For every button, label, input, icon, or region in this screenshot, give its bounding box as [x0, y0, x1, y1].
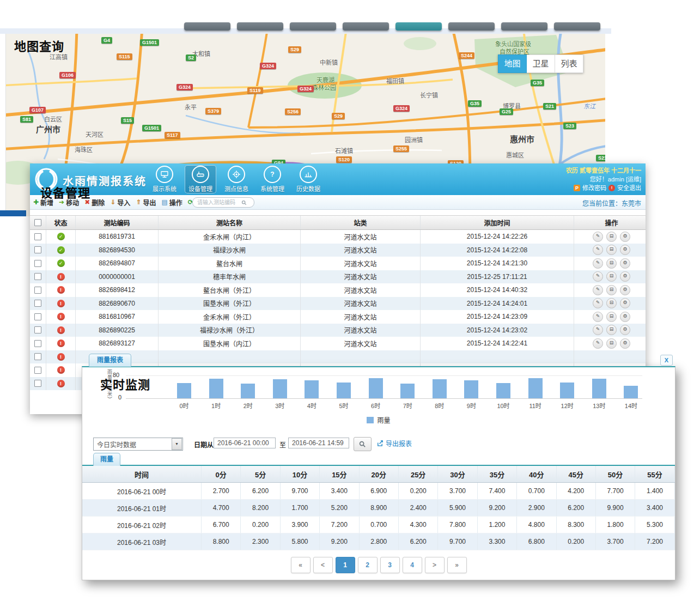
toolbar-button-label: 导出	[143, 198, 156, 207]
edit-icon[interactable]: ✎	[593, 298, 603, 308]
browser-tab[interactable]	[237, 22, 283, 31]
browser-tab[interactable]	[395, 22, 442, 31]
row-checkbox[interactable]	[34, 260, 41, 267]
delete-icon[interactable]: ⊟	[606, 298, 617, 308]
delete-icon[interactable]: ⊟	[606, 338, 617, 349]
delete-icon[interactable]: ⊟	[606, 285, 617, 295]
browser-tab[interactable]	[554, 22, 600, 31]
export-report-link[interactable]: 导出报表	[376, 439, 412, 448]
delete-icon[interactable]: ⊟	[606, 271, 617, 282]
nav-item-device[interactable]: 设备管理	[185, 165, 216, 193]
page-button-4[interactable]: 4	[403, 557, 422, 573]
data-mode-select[interactable]: 今日实时数据 ▼	[93, 438, 183, 451]
row-checkbox[interactable]	[34, 340, 41, 347]
row-checkbox[interactable]	[34, 273, 41, 280]
station-code-cell: 8826890225	[76, 324, 159, 337]
rain-value-cell: 6.700	[202, 517, 241, 533]
prev-page-button[interactable]: <	[313, 557, 333, 573]
browser-tab[interactable]	[501, 22, 547, 31]
status-online-icon: ✓	[57, 233, 65, 240]
nav-item-point[interactable]: 测点信息	[221, 165, 252, 193]
map-view-button-satellite[interactable]: 卫星	[527, 54, 555, 73]
browser-tab[interactable]	[448, 22, 495, 31]
toolbar-button-exp[interactable]: ⇑导出	[136, 198, 156, 207]
table-row: ✓8826894807鳌台水闸河道水文站2015-12-24 14:21:30✎…	[30, 257, 646, 270]
date-to-input[interactable]	[288, 438, 349, 448]
user-greeting: 您好！admin [运维]	[566, 175, 641, 184]
toolbar-button-imp[interactable]: ⇓导入	[110, 198, 130, 207]
nav-item-history[interactable]: 历史数据	[293, 165, 324, 193]
row-checkbox[interactable]	[34, 353, 41, 360]
road-shield: S29	[288, 46, 301, 53]
settings-gear-icon[interactable]: ⚙	[620, 298, 630, 308]
logout-link[interactable]: 安全退出	[617, 184, 641, 192]
row-checkbox[interactable]	[34, 233, 41, 240]
settings-gear-icon[interactable]: ⚙	[620, 245, 630, 255]
station-code-search-input[interactable]	[196, 199, 240, 206]
row-checkbox[interactable]	[34, 246, 41, 253]
column-header: 操作	[574, 216, 649, 229]
toolbar-button-op[interactable]: ▤操作	[161, 198, 182, 207]
row-checkbox[interactable]	[34, 380, 41, 387]
next-page-button[interactable]: >	[425, 557, 445, 573]
delete-icon[interactable]: ⊟	[606, 312, 617, 322]
rain-bar	[337, 383, 351, 398]
rain-value-cell: 6.900	[360, 483, 399, 499]
delete-icon[interactable]: ⊟	[606, 245, 617, 255]
delete-icon[interactable]: ⊟	[606, 258, 617, 269]
page-button-2[interactable]: 2	[358, 557, 378, 573]
row-checkbox[interactable]	[34, 287, 41, 294]
page-button-1[interactable]: 1	[336, 557, 355, 573]
edit-icon[interactable]: ✎	[593, 325, 603, 335]
status-cell: ✓	[46, 230, 76, 244]
nav-item-display[interactable]: 展示系统	[149, 165, 180, 193]
edit-icon[interactable]: ✎	[593, 285, 603, 295]
delete-icon[interactable]: ⊟	[606, 232, 617, 242]
rain-value-cell: 9.200	[478, 500, 517, 516]
nav-item-system[interactable]: ?系统管理	[257, 165, 288, 193]
row-checkbox[interactable]	[34, 300, 41, 307]
row-checkbox[interactable]	[34, 313, 41, 320]
edit-icon[interactable]: ✎	[593, 312, 603, 322]
date-from-label: 日期从:	[194, 440, 216, 449]
settings-gear-icon[interactable]: ⚙	[620, 258, 630, 269]
date-from-input[interactable]	[214, 438, 276, 448]
edit-icon[interactable]: ✎	[593, 271, 603, 282]
last-page-button[interactable]: »	[447, 557, 467, 573]
close-button[interactable]: X	[660, 355, 673, 366]
row-checkbox[interactable]	[34, 367, 41, 374]
delete-icon[interactable]: ⊟	[606, 325, 617, 335]
row-checkbox[interactable]	[34, 326, 41, 333]
edit-icon[interactable]: ✎	[593, 232, 603, 242]
change-password-link[interactable]: 修改密码	[582, 184, 606, 192]
first-page-button[interactable]: «	[291, 557, 311, 573]
select-all-checkbox[interactable]	[34, 219, 41, 226]
row-checkbox-cell	[30, 283, 46, 297]
rain-value-cell: 8.300	[557, 517, 596, 533]
settings-gear-icon[interactable]: ⚙	[620, 232, 630, 242]
browser-tab[interactable]	[184, 22, 230, 31]
tab-rain[interactable]: 雨量	[93, 453, 120, 466]
edit-icon[interactable]: ✎	[593, 245, 603, 255]
settings-gear-icon[interactable]: ⚙	[620, 325, 630, 335]
operation-buttons: ✎⊟⚙	[593, 285, 630, 295]
settings-gear-icon[interactable]: ⚙	[620, 338, 630, 349]
settings-gear-icon[interactable]: ⚙	[620, 312, 630, 322]
browser-tab[interactable]	[343, 22, 389, 31]
settings-gear-icon[interactable]: ⚙	[620, 285, 630, 295]
station-name-cell: 福绿沙水闸	[159, 244, 301, 257]
settings-gear-icon[interactable]: ⚙	[620, 271, 630, 282]
edit-icon[interactable]: ✎	[593, 258, 603, 269]
page-button-3[interactable]: 3	[380, 557, 400, 573]
map-view-button-map[interactable]: 地图	[498, 54, 527, 73]
rain-value-cell: 1.800	[596, 517, 635, 533]
operations-cell: ✎⊟⚙	[574, 244, 649, 257]
map-place-label: 惠城区	[506, 150, 524, 159]
map-view-button-list[interactable]: 列表	[555, 54, 583, 73]
tab-rain-report[interactable]: 雨量报表	[89, 354, 131, 367]
row-checkbox-cell	[30, 324, 46, 337]
edit-icon[interactable]: ✎	[593, 338, 603, 349]
query-search-button[interactable]	[354, 437, 372, 451]
browser-tab[interactable]	[290, 22, 336, 31]
road-shield: S2	[186, 54, 196, 61]
